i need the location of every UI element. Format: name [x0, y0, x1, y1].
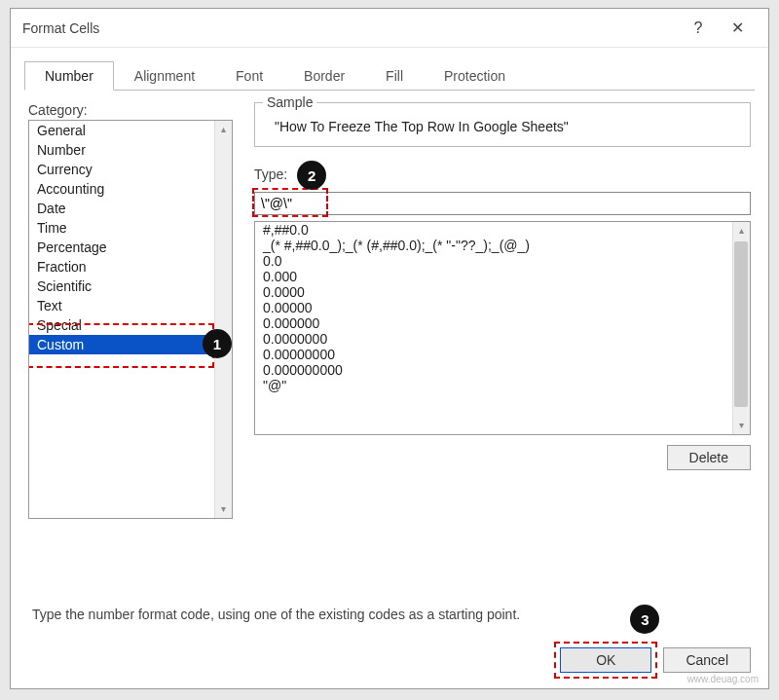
scrollbar[interactable]: ▴ ▾	[732, 222, 750, 434]
format-cells-dialog: Format Cells ? ✕ Number Alignment Font B…	[10, 8, 769, 689]
list-item[interactable]: _(* #,##0.0_);_(* (#,##0.0);_(* "-"??_);…	[255, 238, 750, 253]
help-button[interactable]: ?	[679, 19, 718, 37]
dialog-footer: OK 3 Cancel	[11, 636, 768, 688]
watermark: www.deuag.com	[687, 674, 759, 684]
type-label-row: Type: 2	[254, 161, 751, 190]
list-item[interactable]: Time	[29, 218, 232, 238]
tab-fill[interactable]: Fill	[365, 61, 424, 91]
list-item-custom[interactable]: Custom	[29, 335, 232, 354]
delete-button[interactable]: Delete	[667, 445, 751, 470]
list-item[interactable]: 0.00000000	[255, 347, 750, 362]
type-label: Type:	[254, 166, 287, 182]
category-panel: Category: General Number Currency Accoun…	[28, 102, 233, 593]
scroll-up-icon[interactable]: ▴	[215, 121, 232, 138]
scroll-up-icon[interactable]: ▴	[733, 222, 750, 239]
category-listbox[interactable]: General Number Currency Accounting Date …	[28, 120, 233, 519]
scroll-down-icon[interactable]: ▾	[733, 417, 750, 434]
list-item[interactable]: Fraction	[29, 257, 232, 276]
list-item[interactable]: 0.000000000	[255, 362, 750, 378]
list-item[interactable]: 0.000000	[255, 315, 750, 331]
list-item[interactable]: Accounting	[29, 179, 232, 199]
list-item[interactable]: 0.0	[255, 253, 750, 269]
category-label: Category:	[28, 102, 233, 118]
dialog-title: Format Cells	[22, 20, 679, 36]
format-list[interactable]: #,##0.0 _(* #,##0.0_);_(* (#,##0.0);_(* …	[254, 221, 751, 435]
list-item[interactable]: #,##0.0	[255, 222, 750, 238]
tab-border[interactable]: Border	[283, 61, 365, 91]
scroll-thumb[interactable]	[734, 241, 748, 407]
list-item[interactable]: Number	[29, 140, 232, 160]
callout-2: 2	[297, 161, 326, 190]
list-item[interactable]: Percentage	[29, 238, 232, 257]
list-item[interactable]: "@"	[255, 378, 750, 393]
tab-strip: Number Alignment Font Border Fill Protec…	[24, 61, 755, 91]
list-item[interactable]: 0.0000	[255, 284, 750, 300]
type-input[interactable]	[254, 192, 751, 215]
tab-font[interactable]: Font	[215, 61, 283, 91]
scroll-down-icon[interactable]: ▾	[215, 500, 232, 518]
right-panel: Sample "How To Freeze The Top Row In Goo…	[254, 102, 751, 593]
ok-button[interactable]: OK	[560, 647, 651, 673]
callout-1: 1	[203, 329, 232, 358]
tab-alignment[interactable]: Alignment	[114, 61, 215, 91]
sample-legend: Sample	[263, 94, 316, 110]
scrollbar[interactable]: ▴ ▾	[214, 121, 232, 518]
list-item[interactable]: Currency	[29, 160, 232, 179]
list-item[interactable]: General	[29, 121, 232, 140]
tab-number[interactable]: Number	[24, 61, 114, 91]
sample-value: "How To Freeze The Top Row In Google She…	[265, 119, 740, 134]
list-item[interactable]: Scientific	[29, 276, 232, 296]
sample-fieldset: Sample "How To Freeze The Top Row In Goo…	[254, 102, 751, 147]
list-item[interactable]: Special	[29, 315, 232, 335]
list-item[interactable]: 0.00000	[255, 300, 750, 315]
list-item[interactable]: 0.0000000	[255, 331, 750, 347]
titlebar: Format Cells ? ✕	[11, 9, 768, 48]
close-button[interactable]: ✕	[718, 18, 757, 37]
list-item[interactable]: Text	[29, 296, 232, 315]
list-item[interactable]: 0.000	[255, 269, 750, 284]
dialog-body: Category: General Number Currency Accoun…	[11, 91, 768, 636]
cancel-button[interactable]: Cancel	[663, 647, 751, 673]
tab-protection[interactable]: Protection	[424, 61, 526, 91]
list-item[interactable]: Date	[29, 199, 232, 218]
